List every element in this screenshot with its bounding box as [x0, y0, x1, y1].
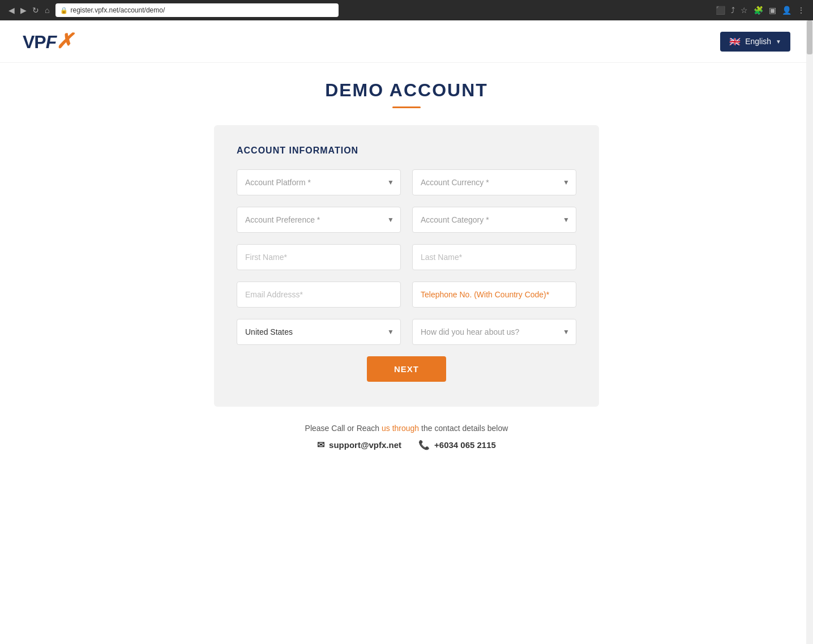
footer-contact: ✉ support@vpfx.net 📞 +6034 065 2115 — [305, 440, 508, 450]
page: VPF✗ 🇬🇧 English ▼ DEMO ACCOUNT ACCOUNT I… — [0, 20, 813, 644]
form-row-4 — [237, 282, 576, 308]
back-button[interactable]: ◀ — [7, 6, 16, 15]
logo-slash: ✗ — [56, 29, 72, 53]
telephone-input[interactable] — [412, 282, 576, 308]
account-category-group: Account Category * ▼ — [412, 207, 576, 233]
account-preference-group: Account Preference * ▼ — [237, 207, 401, 233]
browser-nav-buttons: ◀ ▶ ↻ ⌂ — [7, 6, 51, 15]
account-preference-select[interactable]: Account Preference * — [237, 207, 401, 233]
how-heard-group: How did you hear about us? ▼ — [412, 319, 576, 345]
footer: Please Call or Reach us through the cont… — [294, 407, 520, 467]
next-button[interactable]: NEXT — [367, 356, 446, 382]
header: VPF✗ 🇬🇧 English ▼ — [0, 20, 813, 63]
browser-chrome: ◀ ▶ ↻ ⌂ 🔒 register.vpfx.net/account/demo… — [0, 0, 813, 20]
account-category-wrapper: Account Category * ▼ — [412, 207, 576, 233]
title-underline — [392, 106, 421, 108]
country-group: United States ▼ — [237, 319, 401, 345]
country-select[interactable]: United States — [237, 319, 401, 345]
footer-link: us through — [382, 424, 419, 433]
scrollbar-track[interactable] — [806, 20, 813, 644]
email-icon: ✉ — [317, 440, 324, 450]
account-platform-group: Account Platform * ▼ — [237, 169, 401, 195]
email-address: support@vpfx.net — [329, 440, 401, 450]
first-name-group — [237, 244, 401, 270]
account-category-select[interactable]: Account Category * — [412, 207, 576, 233]
phone-icon: 📞 — [418, 440, 430, 450]
logo-text: VPF✗ — [23, 29, 72, 53]
menu-button[interactable]: ⋮ — [796, 6, 806, 15]
account-platform-wrapper: Account Platform * ▼ — [237, 169, 401, 195]
logo-fx: F — [46, 32, 57, 52]
last-name-group — [412, 244, 576, 270]
email-group — [237, 282, 401, 308]
layout-button[interactable]: ▣ — [768, 6, 777, 15]
flag-icon: 🇬🇧 — [729, 36, 741, 47]
refresh-button[interactable]: ↻ — [31, 6, 41, 15]
page-title: DEMO ACCOUNT — [325, 80, 488, 101]
logo-vp: VP — [23, 32, 46, 52]
language-label: English — [745, 37, 771, 46]
account-preference-wrapper: Account Preference * ▼ — [237, 207, 401, 233]
email-input[interactable] — [237, 282, 401, 308]
phone-number: +6034 065 2115 — [434, 440, 496, 450]
form-row-5: United States ▼ How did you hear about u… — [237, 319, 576, 345]
secure-icon: 🔒 — [60, 7, 68, 14]
account-currency-wrapper: Account Currency * ▼ — [412, 169, 576, 195]
home-button[interactable]: ⌂ — [43, 6, 51, 15]
forward-button[interactable]: ▶ — [19, 6, 28, 15]
account-platform-select[interactable]: Account Platform * — [237, 169, 401, 195]
first-name-input[interactable] — [237, 244, 401, 270]
puzzle-button[interactable]: 🧩 — [752, 6, 764, 15]
profile-button[interactable]: 👤 — [781, 6, 793, 15]
account-currency-group: Account Currency * ▼ — [412, 169, 576, 195]
how-heard-wrapper: How did you hear about us? ▼ — [412, 319, 576, 345]
how-heard-select[interactable]: How did you hear about us? — [412, 319, 576, 345]
url-text: register.vpfx.net/account/demo/ — [70, 6, 165, 14]
footer-note: Please Call or Reach us through the cont… — [305, 424, 508, 433]
bookmark-button[interactable]: ☆ — [739, 6, 749, 15]
last-name-input[interactable] — [412, 244, 576, 270]
main-content: DEMO ACCOUNT ACCOUNT INFORMATION Account… — [0, 63, 813, 501]
telephone-group — [412, 282, 576, 308]
chevron-down-icon: ▼ — [776, 39, 781, 45]
form-card: ACCOUNT INFORMATION Account Platform * ▼… — [214, 125, 599, 407]
section-title: ACCOUNT INFORMATION — [237, 146, 576, 156]
footer-email: ✉ support@vpfx.net — [317, 440, 401, 450]
form-row-2: Account Preference * ▼ Account Category … — [237, 207, 576, 233]
country-wrapper: United States ▼ — [237, 319, 401, 345]
language-button[interactable]: 🇬🇧 English ▼ — [720, 32, 790, 52]
scrollbar-thumb[interactable] — [807, 20, 812, 54]
form-row-1: Account Platform * ▼ Account Currency * … — [237, 169, 576, 195]
account-currency-select[interactable]: Account Currency * — [412, 169, 576, 195]
address-bar[interactable]: 🔒 register.vpfx.net/account/demo/ — [55, 3, 339, 17]
logo: VPF✗ — [23, 29, 72, 53]
browser-action-buttons: ⬛ ⤴ ☆ 🧩 ▣ 👤 ⋮ — [714, 6, 806, 15]
extensions-button[interactable]: ⬛ — [714, 6, 726, 15]
share-button[interactable]: ⤴ — [730, 6, 736, 15]
footer-phone: 📞 +6034 065 2115 — [418, 440, 496, 450]
form-row-3 — [237, 244, 576, 270]
